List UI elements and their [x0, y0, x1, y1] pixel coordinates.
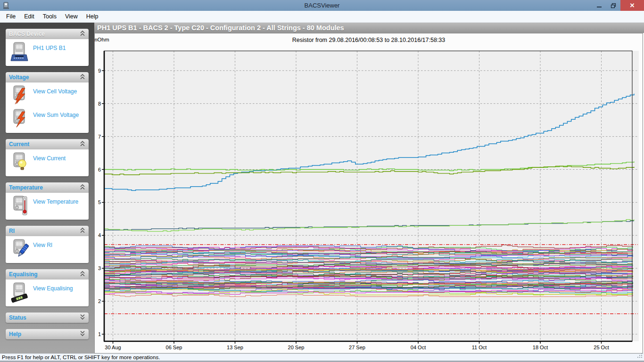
svg-text:18 Oct: 18 Oct [533, 345, 548, 350]
svg-text:3: 3 [98, 265, 101, 271]
section-header-status[interactable]: Status [6, 313, 89, 323]
sidebar-item-label[interactable]: View RI [33, 242, 52, 248]
svg-text:13 Sep: 13 Sep [227, 345, 243, 350]
close-button[interactable]: ✕ [620, 0, 644, 11]
section-body-temperature: View Temperature [6, 193, 89, 220]
sidebar-item-label[interactable]: View Temperature [33, 198, 78, 205]
window-title: BACSViewer [0, 2, 644, 9]
svg-text:06 Sep: 06 Sep [166, 345, 182, 350]
section-header-help[interactable]: Help [6, 329, 89, 339]
bacs-device-icon [9, 42, 29, 63]
svg-text:6: 6 [98, 167, 101, 173]
sidebar-item-label[interactable]: View Equalising [33, 285, 73, 292]
menu-help[interactable]: Help [82, 12, 103, 21]
section-title: Equalising [9, 271, 80, 278]
section-title: Status [9, 314, 80, 321]
equalising-icon [9, 282, 29, 303]
svg-text:8: 8 [98, 101, 101, 107]
svg-text:04 Oct: 04 Oct [411, 345, 426, 350]
status-bar: Press F1 for help or ALT, CTRL or SHIFT … [0, 354, 644, 361]
collapse-chevron-icon[interactable] [80, 227, 85, 235]
sidebar: BACS Device PH1 UPS B1Voltage View Cell … [0, 23, 94, 354]
section-body-ri: View RI [6, 236, 89, 263]
section-title: BACS Device [9, 31, 80, 37]
svg-text:30 Aug: 30 Aug [105, 345, 121, 350]
section-header-current[interactable]: Current [6, 139, 89, 149]
section-header-ri[interactable]: RI [6, 226, 89, 236]
sidebar-section-voltage: Voltage View Cell Voltage View Sum Volta… [6, 72, 89, 133]
sidebar-item-label[interactable]: View Sum Voltage [33, 112, 79, 118]
section-body-voltage: View Cell Voltage View Sum Voltage [6, 82, 89, 133]
sidebar-item-label[interactable]: PH1 UPS B1 [33, 45, 66, 51]
status-text: Press F1 for help or ALT, CTRL or SHIFT … [2, 354, 160, 360]
sidebar-item-view-current[interactable]: View Current [6, 151, 89, 174]
section-body-current: View Current [6, 149, 89, 176]
sidebar-item-view-sum-voltage[interactable]: View Sum Voltage [6, 107, 89, 131]
menu-bar: FileEditToolsViewHelp [0, 11, 644, 23]
main-area: PH1 UPS B1 - BACS 2 - Type C20 - Configu… [94, 23, 644, 354]
section-header-equalising[interactable]: Equalising [6, 269, 89, 280]
section-header-bacs-device[interactable]: BACS Device [6, 29, 89, 39]
svg-text:20 Sep: 20 Sep [288, 345, 305, 350]
temperature-icon [9, 196, 29, 216]
svg-text:9: 9 [98, 68, 101, 74]
collapse-chevron-icon[interactable] [80, 73, 85, 82]
expand-chevron-icon[interactable] [80, 330, 85, 338]
section-title: Current [9, 141, 80, 148]
sidebar-section-help: Help [6, 329, 89, 339]
device-header: PH1 UPS B1 - BACS 2 - Type C20 - Configu… [94, 23, 644, 33]
current-icon [9, 152, 29, 173]
sidebar-item-view-ri[interactable]: View RI [6, 238, 89, 261]
svg-text:11 Oct: 11 Oct [472, 345, 487, 350]
sidebar-item-view-temperature[interactable]: View Temperature [6, 194, 89, 218]
sidebar-item-label[interactable]: View Cell Voltage [33, 88, 77, 95]
sidebar-item-ph1-ups-b1[interactable]: PH1 UPS B1 [6, 41, 89, 64]
sidebar-section-ri: RI View RI [6, 226, 89, 263]
section-body-equalising: View Equalising [6, 280, 89, 306]
ri-icon [9, 239, 29, 260]
sidebar-section-status: Status [6, 313, 89, 323]
expand-chevron-icon[interactable] [80, 313, 85, 322]
sidebar-item-view-cell-voltage[interactable]: View Cell Voltage [6, 84, 89, 107]
svg-text:2: 2 [98, 298, 101, 304]
sidebar-item-label[interactable]: View Current [33, 155, 66, 162]
menu-file[interactable]: File [2, 12, 20, 21]
menu-tools[interactable]: Tools [39, 12, 61, 21]
resistance-chart: 12345678930 Aug06 Sep13 Sep20 Sep27 Sep0… [95, 33, 642, 354]
section-title: Help [9, 331, 80, 337]
svg-text:27 Sep: 27 Sep [349, 345, 365, 350]
sum-voltage-icon [9, 109, 29, 130]
minimize-button[interactable] [592, 0, 606, 11]
chart-title: Resistor from 29.08.2016/00:08:53 to 28.… [95, 37, 643, 43]
collapse-chevron-icon[interactable] [80, 270, 85, 279]
sidebar-section-current: Current View Current [6, 139, 89, 176]
close-icon: ✕ [630, 2, 635, 9]
collapse-chevron-icon[interactable] [80, 30, 85, 38]
section-title: Voltage [9, 74, 80, 81]
section-header-voltage[interactable]: Voltage [6, 72, 89, 82]
cell-voltage-icon [9, 85, 29, 106]
svg-text:25 Oct: 25 Oct [594, 345, 609, 350]
title-bar: BACSViewer ✕ [0, 0, 644, 11]
svg-text:1: 1 [98, 331, 101, 337]
collapse-chevron-icon[interactable] [80, 140, 85, 148]
svg-text:5: 5 [98, 199, 101, 205]
menu-edit[interactable]: Edit [20, 12, 39, 21]
section-header-temperature[interactable]: Temperature [6, 182, 89, 193]
collapse-chevron-icon[interactable] [80, 183, 85, 192]
sidebar-section-equalising: Equalising View Equalising [6, 269, 89, 306]
section-title: RI [9, 228, 80, 234]
menu-view[interactable]: View [61, 12, 82, 21]
section-body-bacs-device: PH1 UPS B1 [6, 39, 89, 66]
resize-grip-icon[interactable] [637, 353, 643, 359]
section-title: Temperature [9, 184, 80, 191]
sidebar-section-temperature: Temperature View Temperature [6, 182, 89, 220]
chart-panel: mOhm Resistor from 29.08.2016/00:08:53 t… [94, 33, 643, 354]
svg-text:4: 4 [98, 232, 101, 238]
restore-button[interactable] [606, 0, 620, 11]
svg-text:7: 7 [98, 134, 101, 140]
sidebar-item-view-equalising[interactable]: View Equalising [6, 281, 89, 304]
sidebar-section-bacs-device: BACS Device PH1 UPS B1 [6, 29, 89, 66]
